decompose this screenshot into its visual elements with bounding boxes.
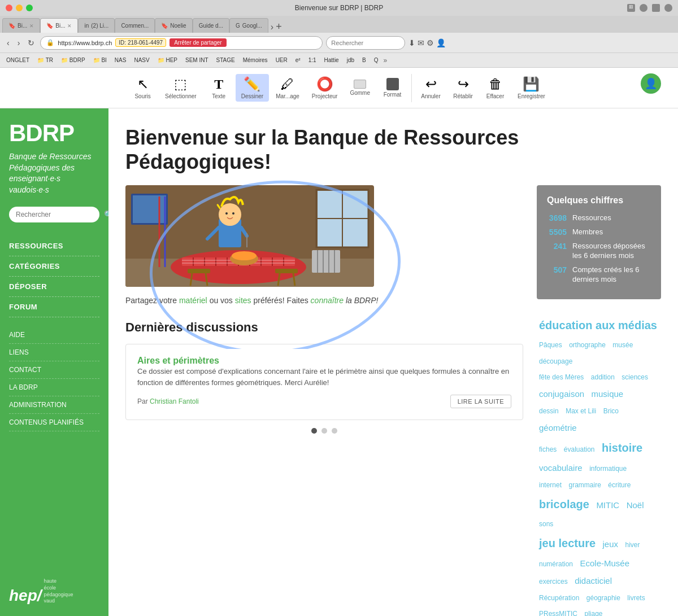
sidebar-item-contact[interactable]: CONTACT [9,361,99,379]
maximize-button[interactable] [26,5,33,11]
tool-selectionner[interactable]: ⬚ Sélectionner [159,74,202,102]
tag-ecole-musee[interactable]: Ecole-Musée [580,556,630,571]
tag-internet[interactable]: internet [539,479,562,492]
email-button[interactable]: ✉ [418,38,424,47]
stop-sharing-button[interactable]: Arrêter de partager [169,38,227,47]
tab-noelle[interactable]: 🔖 Noelie [155,18,192,33]
tag-didacticiel[interactable]: didacticiel [575,573,612,588]
tab-bi[interactable]: 🔖 Bi... ✕ [2,18,40,33]
tool-gomme[interactable]: Gomme [344,77,376,98]
account-button[interactable]: 👤 [436,38,446,47]
tab-active-bdrp[interactable]: 🔖 Bi... ✕ [40,18,78,33]
bookmark-stage[interactable]: STAGE [214,56,238,64]
bookmark-b[interactable]: B [359,56,369,64]
sidebar-search-icon[interactable]: 🔍 [104,210,108,219]
sidebar-item-administration[interactable]: ADMINISTRATION [9,396,99,414]
tag-vocabulaire[interactable]: vocabulaire [539,460,583,475]
tag-brico[interactable]: Brico [603,405,619,418]
tag-jeux[interactable]: jeux [603,536,619,552]
carousel-dot-3[interactable] [332,428,337,434]
browser-search-input[interactable] [326,36,405,50]
tab-comment[interactable]: Commen... [115,18,155,33]
bookmark-hattie[interactable]: Hattie [321,56,342,64]
user-avatar[interactable]: 👤 [641,73,661,94]
tag-pliage[interactable]: pliage [584,608,602,616]
tag-education-medias[interactable]: éducation aux médias [539,315,657,335]
tab-close-bi[interactable]: ✕ [29,23,34,29]
forward-button[interactable]: › [15,37,23,49]
refresh-button[interactable]: ↻ [25,37,37,49]
tag-dessin[interactable]: dessin [539,405,559,418]
tag-orthographe[interactable]: orthographe [569,339,606,352]
tag-livrets[interactable]: livrets [627,592,645,605]
tag-geographie[interactable]: géographie [586,592,620,605]
read-more-button[interactable]: LIRE LA SUITE [450,395,511,408]
tag-evaluation[interactable]: évaluation [564,444,595,456]
downloads-button[interactable]: ⬇ [408,38,415,47]
bookmark-onglet[interactable]: ONGLET [3,56,32,64]
close-button[interactable] [6,5,12,11]
bookmark-nasv[interactable]: NASV [131,56,152,64]
sidebar-item-deposer[interactable]: DÉPOSER [9,277,99,297]
tool-annuler[interactable]: ↩ Annuler [415,74,446,102]
url-bar[interactable]: 🔒 https://www.bdrp.ch ID: 218-061-4497 A… [40,36,323,50]
bookmark-tr[interactable]: 📁 TR [34,56,56,64]
bookmark-memoires[interactable]: Mémoires [240,56,271,64]
sidebar-item-liens[interactable]: LIENS [9,344,99,361]
tag-noel[interactable]: Noël [627,497,644,513]
tool-projecteur[interactable]: ⭕ Projecteur [306,74,344,102]
tag-recuperation[interactable]: Récupération [539,592,579,605]
tag-hiver[interactable]: hiver [625,539,640,552]
bookmark-11[interactable]: 1:1 [306,56,319,64]
sidebar-item-forum[interactable]: FORUM [9,297,99,317]
sidebar-item-ressources[interactable]: RESSOURCES [9,236,99,256]
tag-musique[interactable]: musique [592,386,624,401]
tool-souris[interactable]: ↖ Souris [127,74,158,102]
tag-geometrie[interactable]: géométrie [539,420,577,435]
bookmark-uer[interactable]: UER [273,56,290,64]
tab-guide[interactable]: Guide d... [193,18,229,33]
tag-jeu-lecture[interactable]: jeu lecture [539,533,596,553]
tool-marquage[interactable]: 🖊 Mar...age [270,74,305,102]
tag-sciences[interactable]: sciences [621,372,648,384]
bookmark-semint[interactable]: SEM INT [182,56,211,64]
tag-pressemitic[interactable]: PRessMITIC [539,608,577,616]
sidebar-search-input[interactable] [16,211,101,219]
bookmark-nas[interactable]: NAS [112,56,129,64]
tab-more-button[interactable]: › [271,22,273,32]
tag-decoupage[interactable]: découpage [539,356,572,368]
tab-linkedin[interactable]: in (2) Li... [78,18,115,33]
tag-max-lili[interactable]: Max et Lili [566,405,596,418]
tag-bricolage[interactable]: bricolage [539,494,589,514]
sidebar-item-la-bdrp[interactable]: LA BDRP [9,379,99,396]
extensions-button[interactable]: ⚙ [427,38,434,47]
sidebar-item-contenus[interactable]: CONTENUS PLANIFIÉS [9,414,99,431]
tag-ecriture[interactable]: écriture [608,479,631,492]
back-button[interactable]: ‹ [5,37,12,49]
new-tab-button[interactable]: + [276,21,282,33]
minimize-button[interactable] [16,5,23,11]
tag-mitic[interactable]: MITIC [596,497,619,513]
tool-texte[interactable]: T Texte [203,75,234,102]
bookmark-q[interactable]: Q [371,56,381,64]
tool-enregistrer[interactable]: 💾 Enregistrer [512,74,551,102]
bookmark-bdrp[interactable]: 📁 BDRP [58,56,88,64]
tool-format[interactable]: Format [377,76,408,100]
tag-fiches[interactable]: fiches [539,444,557,456]
carousel-dot-2[interactable] [321,428,327,434]
bookmark-hep[interactable]: 📁 HEP [155,56,180,64]
author-link[interactable]: Christian Fantoli [150,397,199,405]
connaitre-link[interactable]: connaître [311,296,344,305]
tool-retablir[interactable]: ↪ Rétablir [447,74,479,102]
tag-conjugaison[interactable]: conjugaison [539,386,584,401]
carousel-dot-1[interactable] [311,428,317,434]
tab-google[interactable]: G Googl... [229,18,268,33]
tag-musee[interactable]: musée [612,339,633,352]
sidebar-logo[interactable]: BDRP [9,120,99,147]
sidebar-search-box[interactable]: 🔍 [9,207,99,222]
tool-effacer[interactable]: 🗑 Effacer [480,74,511,102]
tag-exercices[interactable]: exercices [539,576,568,588]
bookmark-e2[interactable]: e² [293,56,303,64]
tag-histoire[interactable]: histoire [602,438,642,458]
bookmark-jdb[interactable]: jdb [344,56,357,64]
